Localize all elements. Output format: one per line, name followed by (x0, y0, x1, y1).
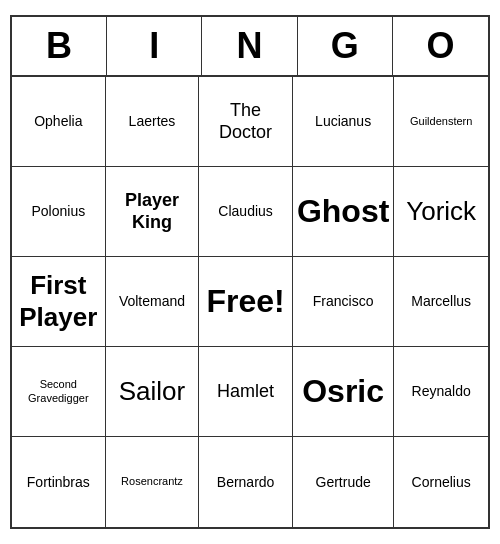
header-letter-b: B (12, 17, 107, 75)
cell-text-16: Sailor (119, 376, 185, 407)
cell-text-24: Cornelius (412, 474, 471, 491)
cell-text-4: Guildenstern (410, 115, 472, 128)
bingo-cell-15: SecondGravedigger (12, 347, 106, 437)
cell-text-6: PlayerKing (125, 190, 179, 233)
bingo-header: BINGO (12, 17, 488, 77)
cell-text-2: TheDoctor (219, 100, 272, 143)
bingo-cell-0: Ophelia (12, 77, 106, 167)
bingo-cell-7: Claudius (199, 167, 293, 257)
header-letter-i: I (107, 17, 202, 75)
cell-text-17: Hamlet (217, 381, 274, 403)
cell-text-5: Polonius (31, 203, 85, 220)
bingo-cell-5: Polonius (12, 167, 106, 257)
header-letter-g: G (298, 17, 393, 75)
bingo-cell-6: PlayerKing (106, 167, 200, 257)
bingo-cell-18: Osric (293, 347, 394, 437)
bingo-cell-10: FirstPlayer (12, 257, 106, 347)
cell-text-11: Voltemand (119, 293, 185, 310)
cell-text-7: Claudius (218, 203, 272, 220)
bingo-cell-22: Bernardo (199, 437, 293, 527)
bingo-cell-4: Guildenstern (394, 77, 488, 167)
bingo-cell-23: Gertrude (293, 437, 394, 527)
cell-text-12: Free! (206, 282, 284, 320)
bingo-cell-12: Free! (199, 257, 293, 347)
bingo-cell-9: Yorick (394, 167, 488, 257)
header-letter-n: N (202, 17, 297, 75)
cell-text-3: Lucianus (315, 113, 371, 130)
bingo-cell-17: Hamlet (199, 347, 293, 437)
header-letter-o: O (393, 17, 488, 75)
bingo-cell-2: TheDoctor (199, 77, 293, 167)
bingo-cell-13: Francisco (293, 257, 394, 347)
bingo-grid: OpheliaLaertesTheDoctorLucianusGuildenst… (12, 77, 488, 527)
cell-text-20: Fortinbras (27, 474, 90, 491)
cell-text-23: Gertrude (316, 474, 371, 491)
bingo-cell-19: Reynaldo (394, 347, 488, 437)
cell-text-8: Ghost (297, 192, 389, 230)
bingo-cell-8: Ghost (293, 167, 394, 257)
cell-text-21: Rosencrantz (121, 475, 183, 488)
cell-text-15: SecondGravedigger (28, 378, 89, 404)
cell-text-22: Bernardo (217, 474, 275, 491)
bingo-card: BINGO OpheliaLaertesTheDoctorLucianusGui… (10, 15, 490, 529)
cell-text-19: Reynaldo (412, 383, 471, 400)
bingo-cell-14: Marcellus (394, 257, 488, 347)
cell-text-1: Laertes (129, 113, 176, 130)
cell-text-18: Osric (302, 372, 384, 410)
bingo-cell-3: Lucianus (293, 77, 394, 167)
cell-text-14: Marcellus (411, 293, 471, 310)
bingo-cell-11: Voltemand (106, 257, 200, 347)
bingo-cell-24: Cornelius (394, 437, 488, 527)
cell-text-9: Yorick (406, 196, 476, 227)
bingo-cell-21: Rosencrantz (106, 437, 200, 527)
bingo-cell-16: Sailor (106, 347, 200, 437)
cell-text-10: FirstPlayer (19, 270, 97, 332)
bingo-cell-1: Laertes (106, 77, 200, 167)
cell-text-0: Ophelia (34, 113, 82, 130)
cell-text-13: Francisco (313, 293, 374, 310)
bingo-cell-20: Fortinbras (12, 437, 106, 527)
